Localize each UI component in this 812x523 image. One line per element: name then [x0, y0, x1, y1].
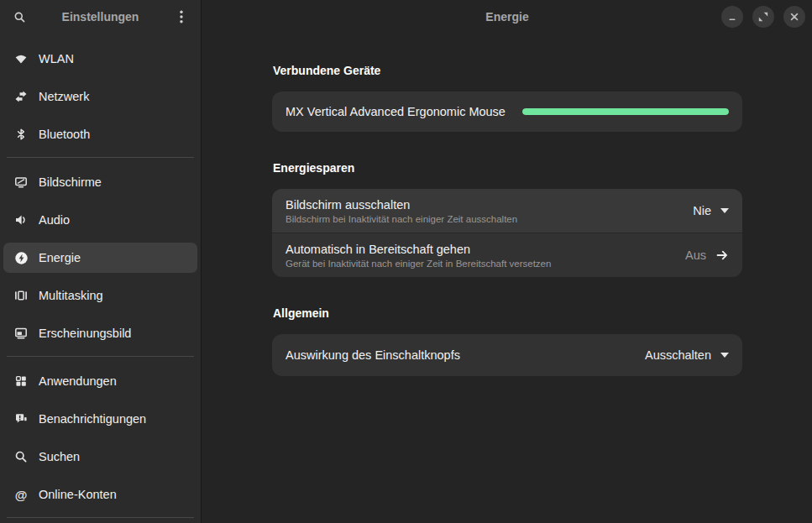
sidebar-item-label: Erscheinungsbild: [39, 327, 131, 340]
sidebar-item-label: Suchen: [39, 450, 80, 463]
menu-dots-icon: [180, 10, 183, 24]
sidebar-item-label: Online-Konten: [39, 488, 117, 501]
section-title: Allgemein: [273, 306, 742, 320]
main-headerbar: Energie: [202, 0, 812, 34]
settings-sidebar: Einstellungen WLAN: [0, 0, 202, 523]
window-controls: [721, 6, 805, 28]
device-battery-row: MX Vertical Advanced Ergonomic Mouse: [272, 92, 742, 132]
blank-screen-dropdown[interactable]: Nie: [693, 204, 729, 217]
power-icon: [11, 251, 31, 265]
row-title: Auswirkung des Einschaltknopfs: [286, 348, 460, 362]
sidebar-item-bildschirme[interactable]: Bildschirme: [3, 167, 197, 197]
section-title: Verbundene Geräte: [273, 64, 742, 77]
energy-panel: Energie: [202, 0, 812, 523]
section-connected-devices: Verbundene Geräte MX Vertical Advanced E…: [272, 64, 742, 132]
section-title: Energiesparen: [273, 161, 742, 175]
device-name: MX Vertical Advanced Ergonomic Mouse: [286, 105, 506, 118]
sidebar-item-erscheinungsbild[interactable]: Erscheinungsbild: [3, 318, 197, 348]
energy-content: Verbundene Geräte MX Vertical Advanced E…: [272, 64, 742, 376]
multitasking-icon: [11, 289, 31, 302]
sidebar-item-suchen[interactable]: Suchen: [3, 442, 197, 472]
section-general: Allgemein Auswirkung des Einschaltknopfs…: [272, 306, 742, 376]
power-button-behavior-row[interactable]: Auswirkung des Einschaltknopfs Ausschalt…: [272, 334, 742, 376]
arrow-right-icon: [715, 248, 729, 262]
battery-level-fill: [522, 108, 729, 115]
sidebar-item-wlan[interactable]: WLAN: [3, 44, 197, 74]
row-subtitle: Bildschirm bei Inaktivität nach einiger …: [286, 214, 517, 224]
displays-icon: [11, 175, 31, 189]
blank-screen-row[interactable]: Bildschirm ausschalten Bildschirm bei In…: [272, 189, 742, 233]
minimize-button[interactable]: [721, 6, 743, 28]
page-title: Energie: [485, 10, 528, 24]
close-button[interactable]: [783, 6, 805, 28]
sidebar-item-label: Benachrichtigungen: [39, 412, 146, 426]
restore-button[interactable]: [752, 6, 774, 28]
minimize-icon: [726, 11, 738, 23]
sidebar-separator: [7, 356, 194, 357]
chevron-down-icon: [720, 208, 729, 213]
primary-menu-button[interactable]: [169, 4, 194, 29]
sidebar-item-online-konten[interactable]: @ Online-Konten: [3, 479, 197, 510]
row-subtitle: Gerät bei Inaktivität nach einiger Zeit …: [286, 259, 551, 269]
sidebar-item-netzwerk[interactable]: Netzwerk: [3, 81, 197, 112]
row-title: Bildschirm ausschalten: [286, 198, 517, 212]
chevron-down-icon: [720, 353, 729, 358]
sidebar-item-label: WLAN: [39, 52, 74, 65]
dropdown-value: Nie: [693, 204, 711, 217]
sidebar-headerbar: Einstellungen: [0, 0, 201, 34]
restore-icon: [757, 11, 769, 23]
speaker-icon: [11, 213, 31, 227]
wifi-icon: [11, 52, 31, 65]
dropdown-value: Ausschalten: [645, 348, 711, 362]
notification-icon: [11, 412, 31, 426]
network-icon: [11, 90, 31, 103]
sidebar-separator: [7, 517, 194, 518]
sidebar-item-label: Multitasking: [39, 289, 103, 302]
row-title: Automatisch in Bereitschaft gehen: [286, 243, 551, 256]
apps-grid-icon: [11, 374, 31, 388]
section-power-saving: Energiesparen Bildschirm ausschalten Bil…: [272, 161, 742, 277]
close-icon: [788, 11, 800, 23]
bluetooth-icon: [11, 128, 31, 141]
appearance-icon: [11, 327, 31, 340]
sidebar-item-anwendungen[interactable]: Anwendungen: [3, 366, 197, 396]
battery-level-bar: [522, 108, 729, 115]
sidebar-item-benachrichtigungen[interactable]: Benachrichtigungen: [3, 404, 197, 434]
sidebar-item-label: Bluetooth: [39, 128, 90, 141]
sidebar-item-energie[interactable]: Energie: [3, 243, 197, 273]
sidebar-item-label: Bildschirme: [39, 175, 102, 189]
sidebar-separator: [7, 157, 194, 158]
general-card: Auswirkung des Einschaltknopfs Ausschalt…: [272, 334, 742, 376]
search-icon: [13, 11, 26, 24]
automatic-suspend-row[interactable]: Automatisch in Bereitschaft gehen Gerät …: [272, 233, 742, 277]
power-saving-card: Bildschirm ausschalten Bildschirm bei In…: [272, 189, 742, 277]
sidebar-item-label: Audio: [39, 213, 70, 227]
connected-devices-card: MX Vertical Advanced Ergonomic Mouse: [272, 92, 742, 132]
search-button[interactable]: [7, 4, 32, 29]
sidebar-item-label: Netzwerk: [39, 90, 89, 103]
sidebar-item-bluetooth[interactable]: Bluetooth: [3, 119, 197, 149]
sidebar-item-label: Anwendungen: [39, 374, 117, 388]
at-icon: @: [11, 489, 31, 501]
power-button-dropdown[interactable]: Ausschalten: [645, 348, 729, 362]
sidebar-item-label: Energie: [39, 251, 81, 264]
sidebar-nav: WLAN Netzwerk Bluetooth: [0, 34, 201, 518]
search-icon: [11, 450, 31, 463]
suspend-status: Aus: [685, 248, 706, 262]
sidebar-item-multitasking[interactable]: Multitasking: [3, 280, 197, 311]
sidebar-item-audio[interactable]: Audio: [3, 205, 197, 235]
